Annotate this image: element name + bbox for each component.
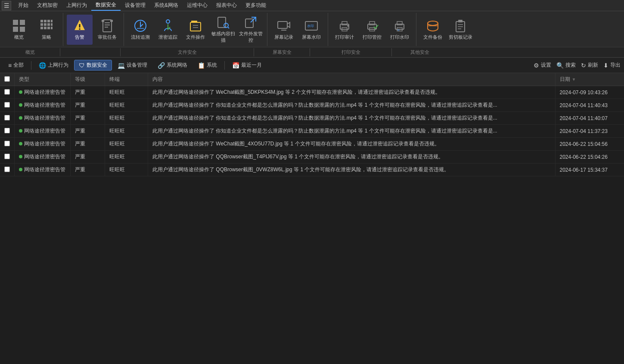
- label-print: 打印安全: [310, 48, 392, 56]
- alert-icon: [73, 19, 87, 33]
- action-search[interactable]: 🔍 搜索: [556, 62, 576, 69]
- menu-report[interactable]: 报表中心: [212, 0, 241, 11]
- btn-screen-watermark[interactable]: 水印 屏幕水印: [298, 15, 324, 45]
- filter-data-security[interactable]: 🛡 数据安全: [74, 60, 112, 71]
- cell-type-1: 网络途径泄密告管: [15, 99, 71, 112]
- btn-alert[interactable]: 告警: [67, 15, 93, 45]
- cell-checkbox-4[interactable]: [0, 138, 15, 151]
- menu-internet[interactable]: 上网行为: [62, 0, 91, 11]
- filter-device-icon: 💻: [118, 62, 125, 69]
- svg-text:W: W: [397, 29, 400, 31]
- action-settings[interactable]: ⚙ 设置: [534, 62, 551, 69]
- col-header-type[interactable]: 类型: [15, 73, 71, 86]
- filter-sysnet[interactable]: 🔗 系统网络: [153, 60, 192, 71]
- btn-clipboard[interactable]: 剪切板记录: [447, 15, 473, 45]
- svg-rect-28: [190, 22, 201, 31]
- filter-data-label: 数据安全: [87, 62, 107, 69]
- table-row[interactable]: 网络途径泄密告管 严重 旺旺旺 此用户通过网络途径操作了 你知道企业文件都是怎么…: [0, 99, 624, 112]
- svg-rect-5: [44, 20, 47, 22]
- btn-file-external-label: 文件外发管控: [239, 31, 263, 43]
- cell-date-0: 2024-07-09 10:43:26: [555, 86, 624, 99]
- table-row[interactable]: 网络途径泄密告管 严重 旺旺旺 此用户通过网络途径操作了 你知道企业文件都是怎么…: [0, 112, 624, 125]
- filter-system-icon: 📋: [198, 62, 205, 69]
- toolbar-group-other: 文件备份 剪切板记录: [416, 13, 477, 46]
- app-icon[interactable]: ☰: [2, 1, 11, 10]
- btn-overview[interactable]: 概览: [6, 15, 32, 45]
- filter-sep-2: [224, 61, 225, 70]
- col-header-level[interactable]: 等级: [71, 73, 105, 86]
- table-row[interactable]: 网络途径泄密告管 严重 旺旺旺 此用户通过网络途径操作了 你知道企业文件都是怎么…: [0, 125, 624, 138]
- cell-checkbox-1[interactable]: [0, 99, 15, 112]
- menu-device-manage[interactable]: 设备管理: [121, 0, 150, 11]
- action-export[interactable]: ⬇ 导出: [603, 62, 621, 69]
- filter-lastmonth[interactable]: 📅 最近一月: [227, 60, 267, 71]
- table-container[interactable]: 类型 等级 终端: [0, 73, 624, 364]
- cell-checkbox-5[interactable]: [0, 151, 15, 163]
- action-refresh[interactable]: ↻ 刷新: [581, 62, 598, 69]
- file-external-icon: [244, 15, 258, 29]
- col-header-terminal[interactable]: 终端: [105, 73, 148, 86]
- btn-print-watermark[interactable]: W 打印水印: [387, 15, 413, 45]
- btn-file-backup[interactable]: 文件备份: [420, 15, 446, 45]
- filter-system[interactable]: 📋 系统: [193, 60, 222, 71]
- svg-text:水印: 水印: [307, 24, 314, 28]
- select-all-checkbox[interactable]: [4, 76, 10, 82]
- cell-content-3: 此用户通过网络途径操作了 你知道企业文件都是怎么泄露的吗？防止数据泄露的方法.m…: [148, 125, 556, 138]
- menu-start[interactable]: 开始: [14, 0, 33, 11]
- settings-icon: ⚙: [534, 62, 539, 69]
- col-header-date[interactable]: 日期 ▼: [555, 73, 624, 86]
- cell-checkbox-3[interactable]: [0, 125, 15, 138]
- col-header-checkbox[interactable]: [0, 73, 15, 86]
- svg-rect-54: [458, 20, 463, 22]
- btn-print-audit-label: 打印审计: [335, 34, 354, 40]
- table-row[interactable]: 网络途径泄密告管 严重 旺旺旺 此用户通过网络途径操作了 QQBrowser截图…: [0, 163, 624, 176]
- filter-system-label: 系统: [207, 62, 217, 69]
- filter-device[interactable]: 💻 设备管理: [113, 60, 152, 71]
- toolbar-group-alert: 告警 审批任务: [63, 13, 124, 46]
- cell-level-2: 严重: [71, 112, 105, 125]
- cell-content-5: 此用户通过网络途径操作了 QQBrowser截图_T4PIJ67V.jpg 等 …: [148, 151, 556, 163]
- filter-all[interactable]: ≡ 全部: [3, 60, 28, 71]
- svg-rect-34: [245, 19, 253, 28]
- cell-type-0: 网络途径泄密告管: [15, 86, 71, 99]
- cell-checkbox-2[interactable]: [0, 112, 15, 125]
- screen-record-icon: [277, 19, 291, 33]
- table-row[interactable]: 网络途径泄密告管 严重 旺旺旺 此用户通过网络途径操作了 WeChat截图_4X…: [0, 138, 624, 151]
- label-other: 其他安全: [392, 48, 448, 56]
- btn-flow-trace[interactable]: 流转追溯: [127, 15, 153, 45]
- menu-more[interactable]: 更多功能: [241, 0, 270, 11]
- btn-file-op[interactable]: 文件操作: [183, 15, 208, 45]
- filter-internet[interactable]: 🌐 上网行为: [34, 60, 73, 71]
- filter-data-icon: 🛡: [79, 62, 85, 69]
- btn-print-manage[interactable]: 打印管控: [359, 15, 385, 45]
- btn-alert-label: 告警: [75, 34, 84, 40]
- table-row[interactable]: 网络途径泄密告管 严重 旺旺旺 此用户通过网络途径操作了 QQBrowser截图…: [0, 151, 624, 163]
- toolbar-labels: 概览 文件安全 屏幕安全 打印安全 其他安全: [0, 47, 624, 57]
- print-watermark-icon: W: [393, 19, 407, 33]
- menu-doc-encrypt[interactable]: 文档加密: [33, 0, 62, 11]
- btn-screen-record[interactable]: 屏幕记录: [271, 15, 297, 45]
- toolbar: 概览: [0, 11, 624, 58]
- btn-sensitive-scan[interactable]: 敏感内容扫描: [210, 14, 236, 45]
- btn-strategy[interactable]: 策略: [34, 15, 59, 45]
- cell-checkbox-0[interactable]: [0, 86, 15, 99]
- svg-rect-7: [51, 20, 53, 22]
- menu-system-network[interactable]: 系统&网络: [150, 0, 183, 11]
- btn-file-external[interactable]: 文件外发管控: [238, 14, 264, 45]
- menu-ops[interactable]: 运维中心: [183, 0, 212, 11]
- btn-approve[interactable]: 审批任务: [94, 15, 120, 45]
- svg-rect-15: [51, 27, 53, 29]
- search-label: 搜索: [565, 62, 576, 69]
- cell-checkbox-6[interactable]: [0, 163, 15, 176]
- col-header-content[interactable]: 内容: [148, 73, 556, 86]
- filter-month-icon: 📅: [232, 62, 239, 69]
- cell-type-3: 网络途径泄密告管: [15, 125, 71, 138]
- settings-label: 设置: [541, 62, 551, 69]
- table-row[interactable]: 网络途径泄密告管 严重 旺旺旺 此用户通过网络途径操作了 WeChat截图_5D…: [0, 86, 624, 99]
- menu-data-security[interactable]: 数据安全: [91, 0, 121, 11]
- btn-leak-trace[interactable]: 泄密追踪: [155, 15, 181, 45]
- btn-print-audit[interactable]: 打印审计: [332, 15, 357, 45]
- label-alert: [60, 48, 121, 56]
- svg-point-43: [347, 25, 349, 27]
- svg-rect-11: [51, 23, 53, 26]
